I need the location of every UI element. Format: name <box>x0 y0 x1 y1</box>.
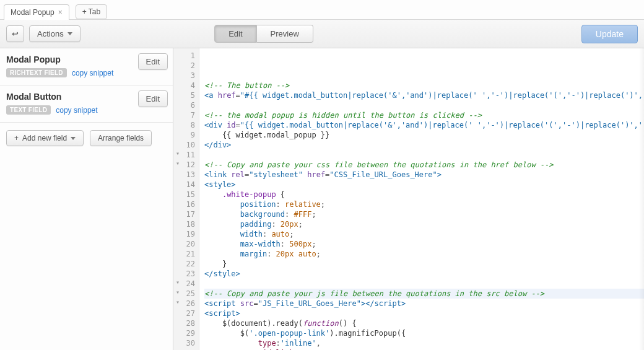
fold-toggle-icon[interactable]: ▾ <box>175 289 181 295</box>
field-edit-label: Edit <box>146 57 160 66</box>
line-number: 17 <box>173 209 195 219</box>
line-number: 12▾ <box>173 160 195 170</box>
chevron-down-icon <box>71 137 76 140</box>
field-block: Modal ButtonTEXT FIELDcopy snippetEdit <box>0 85 173 123</box>
copy-snippet-link[interactable]: copy snippet <box>72 69 113 77</box>
line-number: 27 <box>173 308 195 318</box>
line-number: 30 <box>173 338 195 348</box>
code-line <box>204 279 644 289</box>
code-line: </div> <box>204 140 644 150</box>
back-arrow-icon: ↩ <box>12 29 19 38</box>
code-line: <link rel="stylesheet" href="CSS_File_UR… <box>204 170 644 180</box>
back-button[interactable]: ↩ <box>6 25 24 42</box>
code-line: background: #FFF; <box>204 209 644 219</box>
line-number: 15 <box>173 190 195 199</box>
code-line: <a href="#{{ widget.modal_button|replace… <box>204 90 644 100</box>
line-number: 4 <box>173 81 195 90</box>
code-line: <script src="JS_File_URL_Goes_Here"></sc… <box>204 299 644 308</box>
line-number: 8 <box>173 120 195 130</box>
line-gutter: 1234567891011▾12▾13141516171819202122232… <box>173 48 199 350</box>
line-number: 14 <box>173 180 195 190</box>
copy-snippet-link[interactable]: copy snippet <box>56 106 97 115</box>
code-line <box>204 150 644 160</box>
tab-label: Modal Popup <box>11 8 54 17</box>
line-number: 19 <box>173 229 195 239</box>
edit-tab[interactable]: Edit <box>214 25 256 43</box>
line-number: 22 <box>173 259 195 269</box>
update-label: Update <box>596 29 624 39</box>
line-number: 6 <box>173 100 195 110</box>
field-type-badge: RICHTEXT FIELD <box>6 68 67 77</box>
line-number: 21 <box>173 249 195 259</box>
arrange-fields-label: Arrange fields <box>98 134 144 142</box>
fields-list: Modal PopupRICHTEXT FIELDcopy snippetEdi… <box>0 48 173 123</box>
sidebar-actions: + Add new field Arrange fields <box>0 123 173 154</box>
line-number: 24▾ <box>173 279 195 289</box>
sidebar: Modal PopupRICHTEXT FIELDcopy snippetEdi… <box>0 48 173 350</box>
line-number: 1 <box>173 51 195 61</box>
code-line: position: relative; <box>204 199 644 209</box>
toolbar-left: ↩ Actions <box>6 25 80 42</box>
close-icon[interactable]: × <box>58 9 63 16</box>
line-number: 11▾ <box>173 150 195 160</box>
line-number: 25▾ <box>173 289 195 299</box>
add-tab-button[interactable]: + Tab <box>76 4 107 19</box>
line-number: 18 <box>173 219 195 229</box>
line-number: 20 <box>173 239 195 249</box>
fold-toggle-icon[interactable]: ▾ <box>175 299 181 305</box>
code-line: <div id="{{ widget.modal_button|replace(… <box>204 120 644 130</box>
code-line: {{ widget.modal_popup }} <box>204 130 644 140</box>
code-line: $(document).ready(function() { <box>204 318 644 328</box>
line-number: 3 <box>173 71 195 81</box>
line-number: 7 <box>173 110 195 120</box>
main-split: Modal PopupRICHTEXT FIELDcopy snippetEdi… <box>0 48 644 350</box>
line-number: 10 <box>173 140 195 150</box>
line-number: 28 <box>173 318 195 328</box>
actions-label: Actions <box>37 29 64 38</box>
line-number: 16 <box>173 199 195 209</box>
line-number: 5 <box>173 90 195 100</box>
actions-dropdown[interactable]: Actions <box>29 25 80 42</box>
fold-toggle-icon[interactable]: ▾ <box>175 279 181 286</box>
code-area[interactable]: <!-- The button --><a href="#{{ widget.m… <box>199 48 644 350</box>
code-line: padding: 20px; <box>204 219 644 229</box>
update-button[interactable]: Update <box>581 25 638 43</box>
scroll-shadow <box>639 48 644 350</box>
tab-bar: Modal Popup × + Tab <box>0 0 644 20</box>
add-new-field-label: Add new field <box>22 134 67 142</box>
edit-tab-label: Edit <box>228 29 242 38</box>
code-line: <!-- The button --> <box>204 81 644 90</box>
arrange-fields-button[interactable]: Arrange fields <box>90 130 152 146</box>
code-line: <!-- Copy and paste your css file betwee… <box>204 160 644 170</box>
code-line: } <box>204 259 644 269</box>
app-root: Modal Popup × + Tab ↩ Actions Edit Previ… <box>0 0 644 350</box>
tab-modal-popup[interactable]: Modal Popup × <box>4 4 69 20</box>
code-line: </style> <box>204 269 644 279</box>
code-line: <script> <box>204 308 644 318</box>
code-line: <!-- the modal popup is hidden until the… <box>204 110 644 120</box>
line-number: 9 <box>173 130 195 140</box>
add-new-field-button[interactable]: + Add new field <box>6 130 84 146</box>
code-line: width: auto; <box>204 229 644 239</box>
preview-tab[interactable]: Preview <box>257 25 313 43</box>
code-editor[interactable]: 1234567891011▾12▾13141516171819202122232… <box>173 48 644 350</box>
field-edit-button[interactable]: Edit <box>138 53 168 70</box>
fold-toggle-icon[interactable]: ▾ <box>175 160 181 167</box>
fold-toggle-icon[interactable]: ▾ <box>175 151 181 157</box>
line-number: 26▾ <box>173 299 195 308</box>
code-line: type:'inline', <box>204 338 644 348</box>
preview-tab-label: Preview <box>271 29 299 38</box>
field-edit-label: Edit <box>146 94 160 103</box>
edit-preview-segmented: Edit Preview <box>214 25 313 43</box>
field-edit-button[interactable]: Edit <box>138 90 168 107</box>
field-block: Modal PopupRICHTEXT FIELDcopy snippetEdi… <box>0 48 173 85</box>
line-number: 23 <box>173 269 195 279</box>
code-line <box>204 100 644 110</box>
chevron-down-icon <box>67 32 72 35</box>
plus-icon: + <box>14 134 19 142</box>
code-line: .white-popup { <box>204 190 644 199</box>
line-number: 2 <box>173 61 195 71</box>
add-tab-label: + Tab <box>82 7 100 16</box>
field-type-badge: TEXT FIELD <box>6 105 51 115</box>
code-line: <!-- Copy and paste your js file between… <box>204 289 644 299</box>
